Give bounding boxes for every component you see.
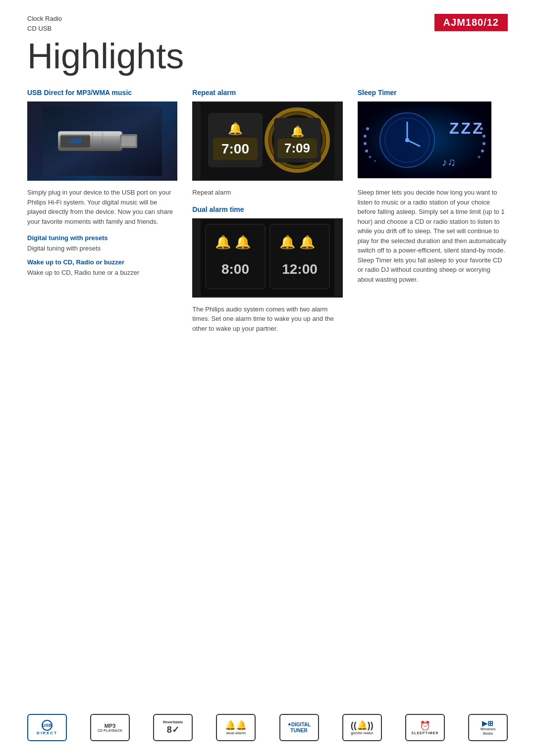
column-3: Sleep Timer [358,89,508,341]
svg-point-38 [482,142,485,145]
main-content: USB Direct for MP3/WMA music [0,89,535,341]
sleep-timer-footer-badge: ⏰ SLEEPTIMER [405,714,445,741]
svg-point-32 [364,142,367,145]
windows-media-badge: ▶⊞ WindowsMedia [468,714,508,741]
svg-rect-6 [59,132,121,136]
svg-text:🔔: 🔔 [228,121,243,136]
sleep-timer-title: Sleep Timer [358,89,508,97]
dual-alarm-title: Dual alarm time [192,205,342,213]
column-1: USB Direct for MP3/WMA music [27,89,177,341]
sleep-timer-image: ZZZ ♪♫ [358,101,508,181]
product-type: Clock Radio [27,14,62,24]
svg-point-40 [478,156,480,158]
svg-text:12:00: 12:00 [282,261,318,277]
gentle-wake-badge: ((🔔)) gentle wake [342,714,382,741]
column-2: Repeat alarm 🔔 7:00 🔔 7:09 [192,89,342,341]
gentle-wake-icon: ((🔔)) [351,720,374,731]
svg-text:🔔: 🔔 [299,234,316,250]
gentle-wake-label: gentle wake [351,731,373,735]
digital-tuner-badge: ✦DIGITAL TUNER [279,714,319,741]
dual-alarm-desc: The Philips audio system comes with two … [192,304,342,334]
direct-label: DIRECT [37,731,57,735]
svg-rect-25 [270,224,329,289]
tuner-label: TUNER [290,728,307,733]
sleep-timer-desc: Sleep timer lets you decide how long you… [358,188,508,284]
rewritable-label: Rewritable [163,720,183,724]
digital-tuning-desc: Digital tuning with presets [27,244,177,253]
svg-text:🔔: 🔔 [290,125,304,138]
rewritable-icon: 8✓ [167,724,179,735]
svg-point-33 [365,150,368,152]
repeat-alarm-image: 🔔 7:00 🔔 7:09 [192,101,342,181]
svg-text:7:09: 7:09 [284,141,310,155]
usb-direct-desc: Simply plug in your device to the USB po… [27,188,177,226]
page-header: Clock Radio CD USB AJM180/12 [0,0,535,33]
svg-point-34 [369,156,371,158]
wake-up-title: Wake up to CD, Radio or buzzer [27,258,177,266]
product-subtype: CD USB [27,24,62,34]
mp3-label: CD PLAYBACK [98,729,122,732]
usb-direct-footer-badge: USB DIRECT [27,714,67,741]
usb-direct-title: USB Direct for MP3/WMA music [27,89,177,97]
svg-rect-21 [206,224,265,289]
digital-tuning-title: Digital tuning with presets [27,234,177,242]
svg-rect-3 [121,136,136,146]
rewritable-badge: Rewritable 8✓ [153,714,193,741]
mp3-icon: MP3 [105,723,116,729]
footer-badges: USB DIRECT MP3 CD PLAYBACK Rewritable 8✓… [27,714,508,741]
svg-text:🔔: 🔔 [215,234,231,250]
svg-text:ZZZ: ZZZ [449,119,484,137]
svg-point-31 [364,135,367,138]
dual-alarm-label: dual alarm [226,731,246,735]
svg-point-35 [374,160,376,162]
svg-text:🔔: 🔔 [279,234,296,250]
svg-text:7:00: 7:00 [221,141,249,156]
dual-alarm-footer-badge: 🔔🔔 dual alarm [216,714,256,741]
svg-text:🔔: 🔔 [235,234,251,250]
usb-direct-image: USB [27,101,177,181]
repeat-alarm-title: Repeat alarm [192,89,342,97]
mp3-badge: MP3 CD PLAYBACK [90,714,130,741]
svg-text:♪♫: ♪♫ [442,156,456,168]
dual-alarm-image: 🔔 🔔 8:00 🔔 🔔 12:00 [192,218,342,298]
page-title: Highlights [0,33,535,89]
svg-point-45 [405,138,409,142]
digital-icon: ✦DIGITAL [287,722,311,728]
svg-text:USB: USB [69,138,82,145]
svg-point-39 [481,150,484,152]
dual-alarm-icon: 🔔🔔 [225,720,247,731]
windows-label: WindowsMedia [481,727,496,736]
wake-up-desc: Wake up to CD, Radio tune or a buzzer [27,268,177,278]
windows-icon: ▶⊞ [482,719,493,727]
svg-point-30 [366,127,369,130]
usb-icon: USB [43,723,52,728]
model-badge: AJM180/12 [434,14,508,31]
svg-text:8:00: 8:00 [221,261,249,277]
product-info: Clock Radio CD USB [27,14,62,33]
repeat-alarm-desc: Repeat alarm [192,188,342,198]
sleep-timer-icon: ⏰ [420,720,430,731]
sleep-timer-label: SLEEPTIMER [411,731,438,735]
